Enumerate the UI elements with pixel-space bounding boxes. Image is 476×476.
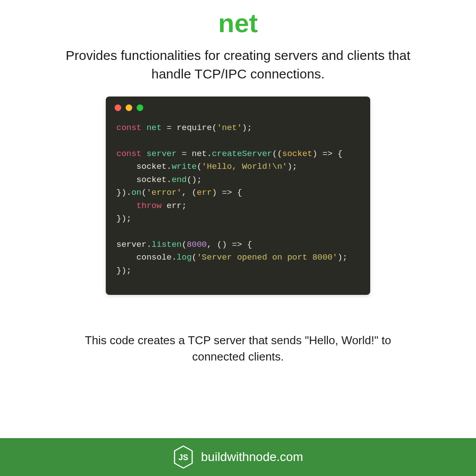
module-description: Provides functionalities for creating se… [51, 46, 425, 83]
code-content: const net = require('net'); const server… [106, 115, 370, 277]
code-caption: This code creates a TCP server that send… [57, 332, 419, 364]
minimize-icon [126, 104, 132, 111]
window-controls [106, 97, 370, 115]
maximize-icon [137, 104, 143, 111]
footer: JS buildwithnode.com [0, 438, 476, 476]
page-title: net [218, 8, 258, 38]
footer-site: buildwithnode.com [201, 450, 303, 464]
svg-text:JS: JS [178, 453, 188, 462]
close-icon [115, 104, 121, 111]
nodejs-logo-icon: JS [173, 445, 194, 469]
code-block: const net = require('net'); const server… [106, 97, 370, 295]
